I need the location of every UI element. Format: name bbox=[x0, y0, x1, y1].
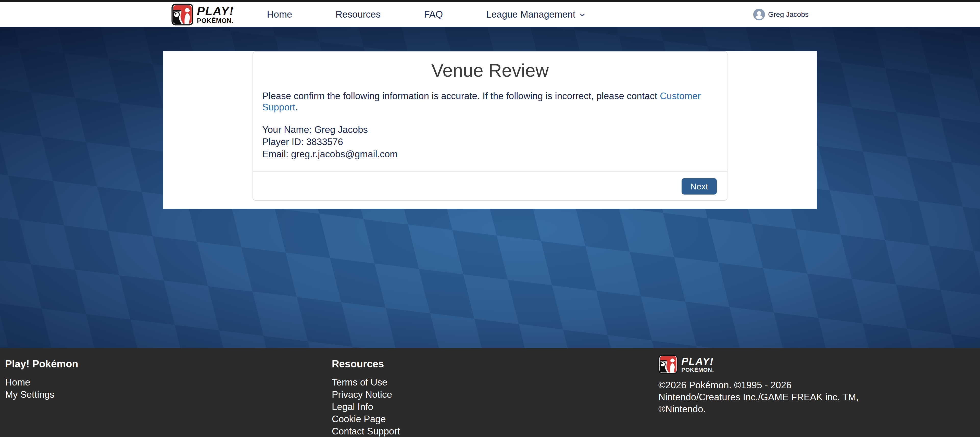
footer-column-resources: Resources Terms of Use Privacy Notice Le… bbox=[327, 358, 654, 437]
card-actions: Next bbox=[253, 172, 727, 200]
footer-link-privacy-notice[interactable]: Privacy Notice bbox=[332, 389, 392, 400]
top-black-strip bbox=[0, 0, 980, 2]
nav-item-resources[interactable]: Resources bbox=[336, 9, 380, 20]
footer-heading-play-pokemon: Play! Pokémon bbox=[5, 358, 327, 369]
nav-item-home[interactable]: Home bbox=[267, 9, 292, 20]
player-info: Your Name: Greg Jacobs Player ID: 383357… bbox=[262, 124, 718, 160]
content-wrapper: Venue Review Please confirm the followin… bbox=[163, 51, 817, 209]
nav-item-faq[interactable]: FAQ bbox=[424, 9, 443, 20]
chevron-down-icon bbox=[579, 11, 586, 19]
checkered-background: Venue Review Please confirm the followin… bbox=[0, 27, 980, 348]
player-id-line: Player ID: 3833576 bbox=[262, 136, 718, 148]
avatar-icon bbox=[753, 9, 765, 21]
footer-column-brand: PLAY! POKÉMON. ©2026 Pokémon. ©1995 - 20… bbox=[653, 358, 980, 437]
main-navigation: Home Resources FAQ League Management bbox=[267, 9, 586, 20]
player-email-line: Email: greg.r.jacobs@gmail.com bbox=[262, 148, 718, 160]
intro-text: Please confirm the following information… bbox=[262, 91, 718, 113]
logo-pokemon-text: POKÉMON. bbox=[681, 367, 714, 373]
footer-link-terms-of-use[interactable]: Terms of Use bbox=[332, 377, 387, 388]
logo-pokemon-text: POKÉMON. bbox=[197, 17, 234, 24]
pokeball-badge-icon bbox=[172, 3, 193, 25]
player-name-line: Your Name: Greg Jacobs bbox=[262, 124, 718, 136]
footer-link-cookie-page[interactable]: Cookie Page bbox=[332, 414, 386, 424]
next-button[interactable]: Next bbox=[682, 178, 717, 194]
user-name: Greg Jacobs bbox=[768, 10, 808, 19]
footer-heading-resources: Resources bbox=[332, 358, 654, 369]
copyright-text: ©2026 Pokémon. ©1995 - 2026 Nintendo/Cre… bbox=[659, 379, 980, 415]
play-pokemon-logo[interactable]: PLAY! POKÉMON. bbox=[172, 3, 234, 25]
footer-link-legal-info[interactable]: Legal Info bbox=[332, 402, 374, 412]
pokeball-badge-icon bbox=[659, 354, 678, 374]
footer-play-pokemon-logo: PLAY! POKÉMON. bbox=[659, 354, 980, 374]
logo-play-text: PLAY! bbox=[681, 356, 714, 366]
footer-link-my-settings[interactable]: My Settings bbox=[5, 389, 54, 400]
site-footer: Play! Pokémon Home My Settings Resources… bbox=[0, 348, 980, 437]
nav-item-league-management[interactable]: League Management bbox=[486, 9, 586, 20]
user-menu[interactable]: Greg Jacobs bbox=[753, 9, 808, 21]
footer-column-play-pokemon: Play! Pokémon Home My Settings bbox=[0, 358, 327, 437]
footer-link-contact-support[interactable]: Contact Support bbox=[332, 426, 400, 437]
logo-play-text: PLAY! bbox=[197, 5, 234, 17]
page-title: Venue Review bbox=[262, 59, 718, 81]
top-navbar: PLAY! POKÉMON. Home Resources FAQ League… bbox=[0, 2, 980, 27]
venue-review-card: Venue Review Please confirm the followin… bbox=[253, 51, 727, 201]
footer-link-home[interactable]: Home bbox=[5, 377, 30, 388]
